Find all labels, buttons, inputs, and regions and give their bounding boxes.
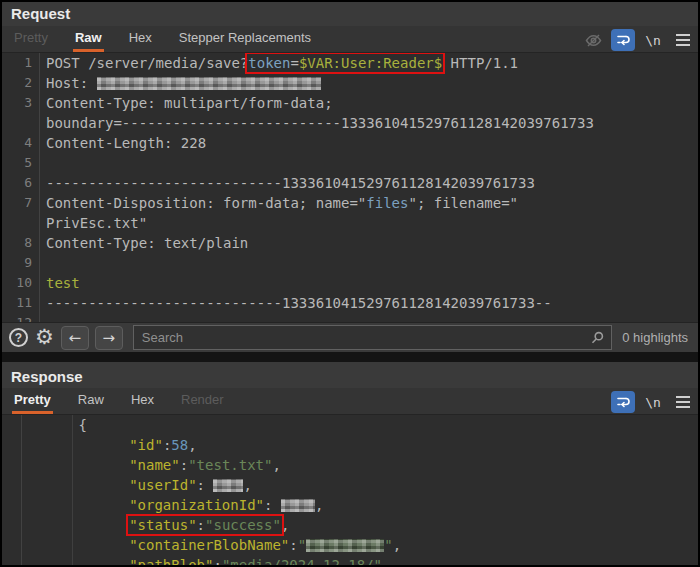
code-line: 8Content-Type: text/plain — [2, 233, 698, 253]
code-line: 9 — [2, 253, 698, 273]
code-line: 3Content-Type: multipart/form-data; — [2, 93, 698, 113]
tab-request-pretty[interactable]: Pretty — [12, 26, 50, 52]
line-number: 1 — [2, 53, 40, 73]
line-number — [2, 495, 22, 515]
code-segment: ----------------------------133361041529… — [46, 295, 552, 311]
code-text: "id":58, — [22, 435, 197, 455]
search-toolbar: ? ⚙ ← → 0 highlights — [2, 322, 698, 352]
code-line: boundary=--------------------------13336… — [2, 113, 698, 133]
tab-response-pretty[interactable]: Pretty — [12, 388, 53, 414]
code-segment: , — [315, 497, 323, 513]
tabrow-spacer — [336, 26, 578, 52]
line-number: 5 — [2, 153, 40, 173]
code-line: PrivEsc.txt" — [2, 213, 698, 233]
http-message-viewer: Request Pretty Raw Hex Stepper Replaceme… — [0, 0, 700, 567]
tab-response-raw[interactable]: Raw — [76, 388, 106, 414]
redacted-text — [281, 499, 315, 512]
indent-guide — [72, 415, 73, 565]
menu-icon[interactable] — [671, 391, 695, 413]
code-text: "userId": , — [22, 475, 252, 495]
code-text: { — [22, 415, 87, 435]
code-line: "status":"success", — [2, 515, 698, 535]
previous-match-button[interactable]: ← — [61, 326, 89, 350]
code-line: 6----------------------------13336104152… — [2, 173, 698, 193]
code-segment: , — [272, 457, 280, 473]
help-icon[interactable]: ? — [9, 328, 28, 347]
line-number — [2, 535, 22, 555]
eye-off-icon[interactable] — [581, 29, 605, 51]
code-segment: $VAR:User:Reader$ — [299, 55, 442, 71]
newline-icon[interactable]: \n — [641, 391, 665, 413]
code-line: "pathBlob":"media/2024-12-18/" — [2, 555, 698, 565]
next-match-button[interactable]: → — [95, 326, 123, 350]
code-segment: PrivEsc.txt" — [46, 215, 147, 231]
newline-icon[interactable]: \n — [641, 29, 665, 51]
code-text: "pathBlob":"media/2024-12-18/" — [22, 555, 382, 565]
code-segment: test — [46, 275, 80, 291]
code-segment — [28, 537, 129, 553]
request-tab-bar: Pretty Raw Hex Stepper Replacements \n — [2, 26, 698, 53]
tab-request-stepper-replacements[interactable]: Stepper Replacements — [177, 26, 313, 52]
code-segment: " — [298, 537, 306, 553]
code-segment: "organizationId" — [129, 497, 264, 513]
code-line: 11----------------------------1333610415… — [2, 293, 698, 313]
code-segment: : — [264, 497, 281, 513]
code-text: Content-Type: multipart/form-data; — [40, 93, 333, 113]
line-number: 2 — [2, 73, 40, 93]
gear-icon[interactable]: ⚙ — [35, 327, 54, 348]
code-text: "containerBlobName":"", — [22, 535, 401, 555]
panel-divider — [2, 352, 698, 362]
menu-icon[interactable] — [671, 29, 695, 51]
highlight-box: "status":"success" — [129, 517, 281, 533]
code-segment: , — [188, 437, 196, 453]
tab-request-raw[interactable]: Raw — [73, 26, 104, 52]
code-segment — [28, 477, 129, 493]
code-text: Host: — [40, 73, 321, 93]
code-segment: "media/2024-12-18/" — [222, 557, 382, 565]
code-text — [40, 313, 46, 322]
tab-response-hex[interactable]: Hex — [129, 388, 156, 414]
code-segment: HTTP/1.1 — [442, 55, 518, 71]
code-text: "name":"test.txt", — [22, 455, 281, 475]
code-segment: = — [290, 55, 298, 71]
code-line: "name":"test.txt", — [2, 455, 698, 475]
code-segment: token — [248, 55, 290, 71]
wrap-lines-icon[interactable] — [611, 29, 635, 51]
code-segment: Content-Type: text/plain — [46, 235, 248, 251]
code-text: Content-Length: 228 — [40, 133, 206, 153]
code-segment: ----------------------------133361041529… — [46, 175, 535, 191]
code-line: 2Host: — [2, 73, 698, 93]
code-segment: , — [281, 517, 289, 533]
code-text: Content-Disposition: form-data; name="fi… — [40, 193, 518, 213]
code-segment — [28, 457, 129, 473]
code-text: boundary=--------------------------13336… — [40, 113, 594, 133]
code-line: 1POST /server/media/save?token=$VAR:User… — [2, 53, 698, 73]
code-segment: "name" — [129, 457, 180, 473]
code-segment: "; filename=" — [408, 195, 518, 211]
line-number: 9 — [2, 253, 40, 273]
search-field-wrap — [133, 325, 612, 350]
code-segment: " — [384, 537, 392, 553]
code-line: 4Content-Length: 228 — [2, 133, 698, 153]
code-segment: "userId" — [129, 477, 196, 493]
search-input[interactable] — [133, 325, 612, 350]
code-segment: Content-Disposition: form-data; name=" — [46, 195, 366, 211]
wrap-lines-icon[interactable] — [611, 391, 635, 413]
code-line: 12 — [2, 313, 698, 322]
code-segment: "test.txt" — [188, 457, 272, 473]
response-editor[interactable]: { "id":58, "name":"test.txt", "userId": … — [2, 415, 698, 565]
redacted-text — [97, 77, 321, 90]
code-segment: 58 — [171, 437, 188, 453]
code-text: "organizationId": , — [22, 495, 323, 515]
code-segment: files — [366, 195, 408, 211]
code-text: ----------------------------133361041529… — [40, 293, 552, 313]
line-number — [2, 415, 22, 435]
response-tab-bar: Pretty Raw Hex Render \n — [2, 388, 698, 415]
request-editor[interactable]: 1POST /server/media/save?token=$VAR:User… — [2, 53, 698, 322]
tab-response-render[interactable]: Render — [179, 388, 226, 414]
code-segment: Content-Length: 228 — [46, 135, 206, 151]
code-segment — [28, 517, 129, 533]
code-segment: : — [180, 457, 188, 473]
request-code: 1POST /server/media/save?token=$VAR:User… — [2, 53, 698, 322]
tab-request-hex[interactable]: Hex — [127, 26, 154, 52]
